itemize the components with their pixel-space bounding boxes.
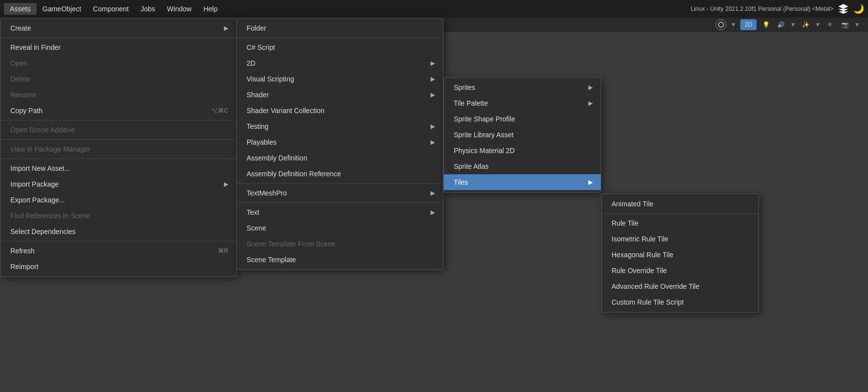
- menu-l1-rename: Rename: [0, 87, 236, 103]
- menu-l2-shader-variant[interactable]: Shader Variant Collection: [237, 103, 443, 118]
- camera-btn[interactable]: 📷: [839, 19, 850, 30]
- menu-l2-textmeshpro[interactable]: TextMeshPro ▶: [237, 185, 443, 201]
- menu-l1-refresh[interactable]: Refresh ⌘R: [0, 243, 236, 259]
- fx-btn[interactable]: ✨: [800, 19, 811, 30]
- assets-context-menu: Create ▶ Reveal in Finder Open Delete Re…: [0, 18, 237, 277]
- 2d-arrow-icon: ▶: [431, 60, 435, 67]
- menu-l3-sprite-library[interactable]: Sprite Library Asset: [444, 127, 601, 143]
- l2-divider-1: [237, 38, 443, 38]
- menu-l2-folder[interactable]: Folder: [237, 20, 443, 36]
- menu-l4-rule-tile[interactable]: Rule Tile: [602, 215, 759, 231]
- menu-l1-create[interactable]: Create ▶: [0, 20, 236, 36]
- menu-l1-reveal[interactable]: Reveal in Finder: [0, 39, 236, 55]
- menu-l4-advanced-rule-override-tile[interactable]: Advanced Rule Override Tile: [602, 278, 759, 294]
- menus-container: Create ▶ Reveal in Finder Open Delete Re…: [0, 18, 237, 277]
- menu-l4-hexagonal-rule-tile[interactable]: Hexagonal Rule Tile: [602, 247, 759, 263]
- menu-bar: Assets GameObject Component Jobs Window …: [0, 0, 868, 18]
- divider-2: [0, 120, 236, 120]
- menu-help[interactable]: Help: [197, 3, 223, 15]
- menu-l1-reimport[interactable]: Reimport: [0, 259, 236, 274]
- 2d-mode-button[interactable]: 2D: [740, 19, 757, 30]
- unity-icon: [837, 3, 849, 15]
- menu-l1-find-references: Find References In Scene: [0, 208, 236, 224]
- tiles-arrow-icon: ▶: [588, 179, 593, 186]
- menu-l4-rule-override-tile[interactable]: Rule Override Tile: [602, 263, 759, 278]
- divider-3: [0, 139, 236, 140]
- 2d-submenu: Sprites ▶ Tile Palette ▶ Sprite Shape Pr…: [443, 77, 601, 193]
- tile-palette-arrow-icon: ▶: [588, 100, 593, 107]
- menu-l1-copy-path[interactable]: Copy Path ⌥⌘C: [0, 103, 236, 118]
- menu-l1-import-new[interactable]: Import New Asset...: [0, 160, 236, 176]
- menu-l4-animated-tile[interactable]: Animated Tile: [602, 196, 759, 212]
- menu-l4-isometric-rule-tile[interactable]: Isometric Rule Tile: [602, 231, 759, 247]
- menu-component[interactable]: Component: [87, 3, 135, 15]
- menu-l3-sprite-shape[interactable]: Sprite Shape Profile: [444, 111, 601, 127]
- menu-l1-open-scene-additive: Open Scene Additive: [0, 122, 236, 138]
- title-text: Linux - Unity 2021.2.10f1 Personal (Pers…: [691, 5, 834, 12]
- menu-window[interactable]: Window: [161, 3, 198, 15]
- refresh-shortcut: ⌘R: [218, 247, 228, 254]
- import-package-arrow-icon: ▶: [224, 181, 228, 188]
- text-arrow-icon: ▶: [431, 209, 435, 216]
- light-toggle-btn[interactable]: 💡: [760, 19, 771, 30]
- create-arrow-icon: ▶: [224, 25, 228, 32]
- menu-l3-physics-material[interactable]: Physics Material 2D: [444, 143, 601, 158]
- copy-path-shortcut: ⌥⌘C: [211, 107, 228, 114]
- menu-l3-sprites[interactable]: Sprites ▶: [444, 79, 601, 95]
- menu-l2-playables[interactable]: Playables ▶: [237, 134, 443, 150]
- menu-l2-scene[interactable]: Scene: [237, 220, 443, 236]
- hidden-btn[interactable]: 👁: [825, 19, 835, 30]
- create-submenu: Folder C# Script 2D ▶ Visual Scripting ▶…: [236, 18, 443, 270]
- visual-scripting-arrow-icon: ▶: [431, 76, 435, 82]
- shader-arrow-icon: ▶: [431, 91, 435, 98]
- menu-assets[interactable]: Assets: [4, 3, 36, 15]
- divider-5: [0, 241, 236, 241]
- menu-l4-custom-rule-tile-script[interactable]: Custom Rule Tile Script: [602, 294, 759, 310]
- l2-divider-3: [237, 202, 443, 203]
- menu-l1-open: Open: [0, 55, 236, 71]
- menu-l2-visual-scripting[interactable]: Visual Scripting ▶: [237, 71, 443, 87]
- audio-btn[interactable]: 🔊: [775, 19, 786, 30]
- menu-l3-sprite-atlas[interactable]: Sprite Atlas: [444, 158, 601, 174]
- testing-arrow-icon: ▶: [431, 123, 435, 130]
- l2-divider-2: [237, 183, 443, 184]
- divider-1: [0, 38, 236, 38]
- menu-l2-assembly-def[interactable]: Assembly Definition: [237, 150, 443, 166]
- menu-l3-tiles[interactable]: Tiles ▶: [444, 174, 601, 190]
- menu-l2-testing[interactable]: Testing ▶: [237, 118, 443, 134]
- tiles-submenu: Animated Tile Rule Tile Isometric Rule T…: [601, 194, 759, 313]
- menu-l2-csharp[interactable]: C# Script: [237, 39, 443, 55]
- scene-gizmo-btn[interactable]: [716, 19, 726, 30]
- menu-l1-view-package: View in Package Manager: [0, 141, 236, 157]
- menu-l2-assembly-def-ref[interactable]: Assembly Definition Reference: [237, 166, 443, 182]
- menu-l2-text[interactable]: Text ▶: [237, 204, 443, 220]
- menu-l1-delete: Delete: [0, 71, 236, 87]
- menu-l3-tile-palette[interactable]: Tile Palette ▶: [444, 95, 601, 111]
- menu-l2-scene-template[interactable]: Scene Template: [237, 252, 443, 268]
- divider-4: [0, 158, 236, 159]
- menu-bar-right: Linux - Unity 2021.2.10f1 Personal (Pers…: [691, 3, 865, 15]
- textmeshpro-arrow-icon: ▶: [431, 190, 435, 196]
- menu-l2-scene-template-from: Scene Template From Scene: [237, 236, 443, 252]
- menu-jobs[interactable]: Jobs: [135, 3, 161, 15]
- moon-icon: 🌙: [853, 3, 864, 14]
- l4-divider-1: [602, 213, 759, 214]
- menu-l2-2d[interactable]: 2D ▶: [237, 55, 443, 71]
- sprites-arrow-icon: ▶: [588, 84, 593, 91]
- menu-l2-shader[interactable]: Shader ▶: [237, 87, 443, 103]
- menu-l1-import-package[interactable]: Import Package ▶: [0, 176, 236, 192]
- menu-l1-select-deps[interactable]: Select Dependencies: [0, 224, 236, 239]
- menu-l1-export-package[interactable]: Export Package...: [0, 192, 236, 208]
- menu-gameobject[interactable]: GameObject: [36, 3, 87, 15]
- playables-arrow-icon: ▶: [431, 139, 435, 146]
